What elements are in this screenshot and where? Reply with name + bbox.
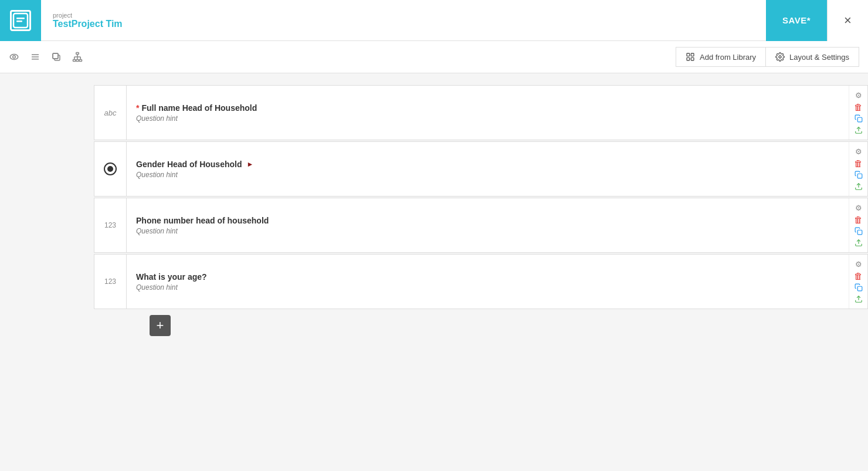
question-type-label: 123 xyxy=(104,277,116,286)
hierarchy-icon[interactable] xyxy=(72,52,83,62)
question-content: * Full name Head of Household Question h… xyxy=(127,86,849,140)
layout-settings-button[interactable]: Layout & Settings xyxy=(765,47,859,67)
question-label: What is your age? xyxy=(136,272,839,282)
question-hint: Question hint xyxy=(136,171,839,179)
add-question-container: + xyxy=(94,315,868,336)
project-name: TestProject Tim xyxy=(53,19,754,29)
svg-rect-1 xyxy=(16,18,25,19)
question-content: What is your age? Question hint xyxy=(127,255,849,309)
question-delete-icon[interactable]: 🗑 xyxy=(853,101,864,113)
svg-rect-22 xyxy=(687,57,690,60)
svg-rect-25 xyxy=(857,117,862,122)
question-delete-icon[interactable]: 🗑 xyxy=(853,214,864,225)
question-row: 123 What is your age? Question hint ⚙ 🗑 xyxy=(94,254,868,309)
question-row: abc * Full name Head of Household Questi… xyxy=(94,85,868,140)
svg-rect-11 xyxy=(76,53,79,55)
question-type-cell-text: abc xyxy=(94,86,127,140)
question-row: 123 Phone number head of household Quest… xyxy=(94,198,868,253)
question-type-label: abc xyxy=(104,109,117,117)
library-icon xyxy=(686,52,695,62)
question-hint: Question hint xyxy=(136,114,839,123)
question-text: Phone number head of household xyxy=(136,216,269,225)
branch-arrow-icon: ► xyxy=(246,160,253,168)
required-star: * xyxy=(136,103,139,113)
svg-rect-21 xyxy=(691,53,694,56)
sidebar-left xyxy=(0,73,94,471)
question-actions: ⚙ 🗑 xyxy=(849,142,867,196)
project-name-text: TestProject xyxy=(53,19,103,29)
question-label: * Full name Head of Household xyxy=(136,103,839,113)
question-upload-icon[interactable] xyxy=(853,181,864,192)
svg-rect-9 xyxy=(53,53,58,59)
close-button[interactable]: × xyxy=(827,0,868,41)
question-copy-icon[interactable] xyxy=(853,282,864,293)
questions-area: abc * Full name Head of Household Questi… xyxy=(94,73,868,471)
settings-icon xyxy=(775,52,785,62)
question-hint: Question hint xyxy=(136,283,839,292)
question-label: Phone number head of household xyxy=(136,216,839,225)
svg-point-24 xyxy=(779,56,781,58)
svg-point-4 xyxy=(13,56,16,59)
toolbar: Add from Library Layout & Settings xyxy=(0,41,868,73)
question-row: Gender Head of Household ► Question hint… xyxy=(94,141,868,196)
toolbar-left xyxy=(9,52,676,62)
question-actions: ⚙ 🗑 xyxy=(849,198,867,252)
list-icon[interactable] xyxy=(30,52,40,62)
question-settings-icon[interactable]: ⚙ xyxy=(853,258,864,270)
duplicate-icon[interactable] xyxy=(51,52,62,62)
question-type-cell-number2: 123 xyxy=(94,255,127,309)
question-actions: ⚙ 🗑 xyxy=(849,86,867,140)
add-question-button[interactable]: + xyxy=(150,315,171,336)
question-upload-icon[interactable] xyxy=(853,237,864,249)
question-content: Gender Head of Household ► Question hint xyxy=(127,142,849,196)
library-button-label: Add from Library xyxy=(700,53,756,62)
app-logo-icon xyxy=(10,10,31,31)
question-content: Phone number head of household Question … xyxy=(127,198,849,252)
question-text: What is your age? xyxy=(136,272,207,282)
main-content: abc * Full name Head of Household Questi… xyxy=(0,73,868,471)
question-copy-icon[interactable] xyxy=(853,225,864,237)
question-type-cell-number: 123 xyxy=(94,198,127,252)
question-settings-icon[interactable]: ⚙ xyxy=(853,202,864,214)
svg-rect-29 xyxy=(857,230,862,235)
question-text: Gender Head of Household xyxy=(136,160,242,169)
question-label: Gender Head of Household ► xyxy=(136,160,839,169)
header: project TestProject Tim SAVE* × xyxy=(0,0,868,41)
question-actions: ⚙ 🗑 xyxy=(849,255,867,309)
question-settings-icon[interactable]: ⚙ xyxy=(853,89,864,101)
question-copy-icon[interactable] xyxy=(853,169,864,181)
svg-point-3 xyxy=(10,55,18,60)
question-settings-icon[interactable]: ⚙ xyxy=(853,145,864,157)
project-label: project xyxy=(53,12,754,19)
layout-button-label: Layout & Settings xyxy=(789,53,849,62)
logo-box xyxy=(0,0,41,41)
question-type-cell-radio xyxy=(94,142,127,196)
radio-icon xyxy=(104,162,117,175)
svg-rect-23 xyxy=(691,57,694,60)
question-text: Full name Head of Household xyxy=(141,103,257,113)
question-upload-icon[interactable] xyxy=(853,293,864,305)
svg-rect-2 xyxy=(16,21,22,22)
svg-rect-31 xyxy=(857,286,862,291)
svg-rect-27 xyxy=(857,174,862,178)
question-copy-icon[interactable] xyxy=(853,113,864,124)
svg-rect-13 xyxy=(76,60,79,62)
svg-rect-20 xyxy=(687,53,690,56)
question-hint: Question hint xyxy=(136,227,839,235)
question-upload-icon[interactable] xyxy=(853,124,864,136)
eye-icon[interactable] xyxy=(9,52,19,62)
svg-rect-12 xyxy=(73,60,76,62)
project-user-text: Tim xyxy=(103,19,123,29)
header-actions: SAVE* × xyxy=(766,0,868,41)
toolbar-right: Add from Library Layout & Settings xyxy=(676,47,859,67)
project-info: project TestProject Tim xyxy=(41,12,766,29)
svg-rect-14 xyxy=(79,60,82,62)
question-type-label: 123 xyxy=(104,221,116,229)
add-from-library-button[interactable]: Add from Library xyxy=(676,47,765,67)
question-delete-icon[interactable]: 🗑 xyxy=(853,270,864,282)
save-button[interactable]: SAVE* xyxy=(766,0,827,41)
question-delete-icon[interactable]: 🗑 xyxy=(853,157,864,169)
